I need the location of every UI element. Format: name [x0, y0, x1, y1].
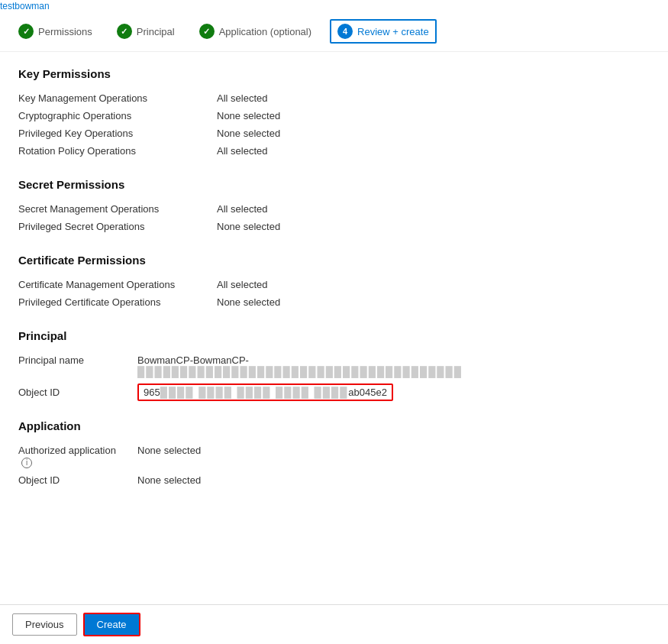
auth-app-row: Authorized application i None selected	[18, 442, 516, 471]
row-value: All selected	[217, 200, 516, 218]
row-label: Secret Management Operations	[18, 200, 217, 218]
auth-app-label: Authorized application i	[18, 445, 125, 468]
row-value: All selected	[217, 89, 516, 107]
user-link[interactable]: testbowman	[0, 1, 50, 11]
row-label: Privileged Key Operations	[18, 125, 217, 142]
table-row: Privileged Key Operations None selected	[18, 125, 516, 142]
step-label-application: Application (optional)	[219, 26, 311, 37]
row-label: Rotation Policy Operations	[18, 142, 217, 160]
table-row: Certificate Management Operations All se…	[18, 276, 516, 293]
principal-title: Principal	[18, 329, 516, 342]
step-label-review: Review + create	[357, 26, 429, 37]
object-id-label: Object ID	[18, 387, 125, 398]
object-id-row: Object ID 965████ ████ ████ ████ ████ab0…	[18, 380, 516, 404]
row-value: None selected	[217, 125, 516, 142]
row-value: None selected	[217, 107, 516, 125]
certificate-permissions-table: Certificate Management Operations All se…	[18, 276, 516, 311]
app-object-id-label: Object ID	[18, 474, 125, 486]
application-section: Application Authorized application i Non…	[18, 419, 516, 489]
principal-name-row: Principal name BowmanCP-BowmanCP-███████…	[18, 351, 516, 380]
key-permissions-table: Key Management Operations All selected C…	[18, 89, 516, 160]
row-label: Privileged Certificate Operations	[18, 293, 217, 311]
application-title: Application	[18, 419, 516, 432]
step-circle-permissions: ✓	[18, 24, 34, 39]
table-row: Privileged Certificate Operations None s…	[18, 293, 516, 311]
principal-name-label: Principal name	[18, 354, 125, 366]
table-row: Cryptographic Operations None selected	[18, 107, 516, 125]
row-value: All selected	[217, 142, 516, 160]
wizard-step-principal[interactable]: ✓ Principal	[111, 21, 181, 42]
app-object-id-row: Object ID None selected	[18, 471, 516, 489]
top-bar: testbowman	[0, 0, 668, 11]
wizard-step-application[interactable]: ✓ Application (optional)	[193, 21, 318, 42]
wizard-nav: ✓ Permissions ✓ Principal ✓ Application …	[0, 11, 668, 52]
principal-name-value: BowmanCP-BowmanCP-██████████████████████…	[137, 354, 516, 377]
table-row: Privileged Secret Operations None select…	[18, 218, 516, 235]
key-permissions-section: Key Permissions Key Management Operation…	[18, 67, 516, 160]
wizard-step-review[interactable]: 4 Review + create	[330, 19, 437, 44]
key-permissions-title: Key Permissions	[18, 67, 516, 80]
row-value: None selected	[217, 293, 516, 311]
principal-section: Principal Principal name BowmanCP-Bowman…	[18, 329, 516, 404]
app-object-id-value: None selected	[137, 474, 201, 486]
info-icon: i	[21, 458, 32, 468]
secret-permissions-section: Secret Permissions Secret Management Ope…	[18, 178, 516, 235]
row-label: Certificate Management Operations	[18, 276, 217, 293]
certificate-permissions-section: Certificate Permissions Certificate Mana…	[18, 254, 516, 311]
certificate-permissions-title: Certificate Permissions	[18, 254, 516, 267]
step-circle-review: 4	[337, 24, 353, 39]
table-row: Secret Management Operations All selecte…	[18, 200, 516, 218]
step-circle-application: ✓	[199, 24, 215, 39]
object-id-value: 965████ ████ ████ ████ ████ab045e2	[137, 383, 393, 401]
secret-permissions-table: Secret Management Operations All selecte…	[18, 200, 516, 235]
row-value: None selected	[217, 218, 516, 235]
auth-app-value: None selected	[137, 445, 201, 456]
table-row: Rotation Policy Operations All selected	[18, 142, 516, 160]
step-circle-principal: ✓	[117, 24, 132, 39]
table-row: Key Management Operations All selected	[18, 89, 516, 107]
step-label-principal: Principal	[137, 26, 175, 37]
secret-permissions-title: Secret Permissions	[18, 178, 516, 191]
row-label: Key Management Operations	[18, 89, 217, 107]
step-label-permissions: Permissions	[38, 26, 92, 37]
wizard-step-permissions[interactable]: ✓ Permissions	[12, 21, 98, 42]
row-label: Cryptographic Operations	[18, 107, 217, 125]
main-content: Key Permissions Key Management Operation…	[0, 52, 534, 519]
row-value: All selected	[217, 276, 516, 293]
row-label: Privileged Secret Operations	[18, 218, 217, 235]
